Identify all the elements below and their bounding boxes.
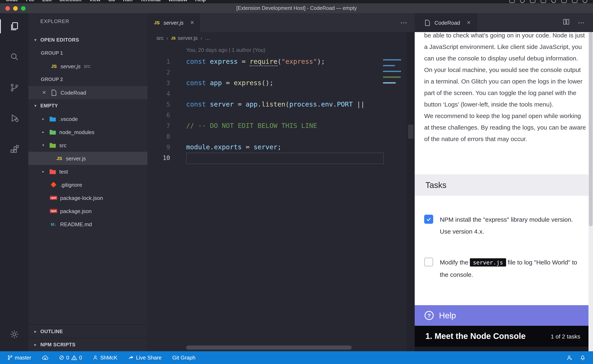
menu-status-icon[interactable] [583,0,587,3]
publish-changes-icon[interactable] [42,355,48,360]
live-share-user[interactable]: ShMcK [93,355,117,361]
js-icon: JS [171,35,176,41]
menu-edit[interactable]: Edit [42,0,52,3]
code-line-6[interactable]: 6 [147,110,415,121]
open-editor-server.js[interactable]: JSserver.jssrc [28,60,147,73]
menu-file[interactable]: File [26,0,34,3]
vertical-scrollbar[interactable] [406,32,415,351]
open-editors-group-1[interactable]: GROUP 1 [28,46,147,60]
more-actions-icon[interactable]: ⋯ [578,18,586,27]
git-branch-indicator[interactable]: master [7,355,31,361]
tree-item-.vscode[interactable]: ▸.vscode [28,112,147,125]
accounts-icon[interactable] [567,355,573,360]
outline-section-header[interactable]: ▸ OUTLINE [28,325,147,338]
panel-scrollbar[interactable] [588,32,593,351]
menu-code[interactable]: Code [6,0,18,3]
menu-window[interactable]: Window [168,0,187,3]
explorer-sidebar: EXPLORER ▾ OPEN EDITORS GROUP 1JSserver.… [28,13,147,351]
source-control-icon[interactable] [0,78,28,98]
menu-status-icon[interactable] [520,0,525,3]
chevron-right-icon: ▸ [40,130,46,134]
task-2-checkbox[interactable] [424,258,433,266]
code-editor[interactable]: You, 20 days ago | 1 author (You) 1const… [147,44,415,351]
code-line-2[interactable]: 2 [147,67,415,78]
menu-status-icon[interactable] [551,0,556,3]
search-icon[interactable] [0,47,28,67]
code-line-1[interactable]: 1const express = require("express"); [147,56,415,67]
settings-gear-icon[interactable] [0,325,28,344]
window-title: [Extension Development Host] - CodeRoad … [0,5,593,11]
code-line-7[interactable]: 7// -- DO NOT EDIT BELOW THIS LINE [147,121,415,131]
tree-item-package-lock.json[interactable]: npmpackage-lock.json [28,191,147,204]
npm-icon: npm [50,208,57,214]
tree-item-package.json[interactable]: npmpackage.json [28,204,147,218]
breadcrumb[interactable]: src › JS server.js › … [147,32,415,44]
lesson-paragraph: We recommend to keep the log panel open … [424,110,587,145]
code-line-3[interactable]: 3const app = express(); [147,78,415,88]
help-bar[interactable]: ? Help [415,305,588,326]
open-editor-CodeRoad[interactable]: ✕CodeRoad [28,86,147,99]
zoom-window-button[interactable] [21,6,26,11]
menu-selection[interactable]: Selection [60,0,81,3]
horizontal-scrollbar[interactable] [186,345,352,350]
split-editor-icon[interactable] [563,19,570,27]
menu-status-icon[interactable] [561,0,567,3]
lesson-footer: 1. Meet the Node Console 1 of 2 tasks [415,326,588,347]
explorer-icon[interactable] [0,16,28,36]
more-actions-icon[interactable]: ⋯ [400,13,408,32]
menu-status-icon[interactable] [509,0,515,3]
menu-go[interactable]: Go [108,0,115,3]
task-item: NPM install the "express" library module… [424,214,578,237]
vscode-window: CodeFileEditSelectionViewGoRunTerminalWi… [0,0,593,364]
lesson-paragraph: be able to check what’s going on in your… [424,32,587,110]
problems-indicator[interactable]: 0 0 [59,355,82,361]
run-and-debug-icon[interactable] [0,108,28,128]
gitlens-blame-annotation[interactable]: You, 20 days ago | 1 author (You) [186,44,415,56]
lesson-text: be able to check what’s going on in your… [424,32,587,145]
menu-terminal[interactable]: Terminal [140,0,161,3]
code-line-5[interactable]: 5const server = app.listen(process.env.P… [147,99,415,110]
extensions-icon[interactable] [0,140,28,160]
code-line-10[interactable]: 10 [147,153,415,163]
tab-server-js[interactable]: JS server.js ✕ [147,13,200,32]
activity-bar [0,13,28,351]
task-1-checkbox[interactable] [424,215,433,224]
menu-status-icon[interactable] [541,0,546,3]
js-icon: JS [56,155,63,162]
code-line-4[interactable]: 4 [147,88,415,99]
menu-status-icon[interactable] [530,0,535,3]
code-line-9[interactable]: 9module.exports = server; [147,142,415,153]
tree-item-test[interactable]: ▸test [28,165,147,178]
tree-item-.gitignore[interactable]: .gitignore [28,178,147,191]
close-tab-icon[interactable]: ✕ [466,20,471,26]
scrollbar-thumb[interactable] [589,32,593,226]
tree-item-node_modules[interactable]: ▸node_modules [28,125,147,139]
close-window-button[interactable] [5,6,10,11]
code-line-8[interactable]: 8 [147,131,415,142]
minimize-window-button[interactable] [13,6,18,11]
menu-run[interactable]: Run [123,0,133,3]
open-editors-group-2[interactable]: GROUP 2 [28,73,147,86]
live-share-button[interactable]: Live Share [128,355,161,361]
menu-help[interactable]: Help [195,0,206,3]
tree-item-src[interactable]: ▾src [28,139,147,152]
npm-scripts-section-header[interactable]: ▸ NPM SCRIPTS [28,338,147,351]
tab-coderoad[interactable]: CodeRoad ✕ [415,13,477,32]
workspace-section-header[interactable]: ▾ EMPTY [28,99,147,112]
close-tab-icon[interactable]: ✕ [190,20,194,26]
open-editors-section-header[interactable]: ▾ OPEN EDITORS [28,33,147,46]
question-mark-icon: ? [425,311,434,320]
menu-status-icon[interactable] [572,0,577,3]
git-graph-button[interactable]: Git Graph [172,355,196,361]
folder-src-icon [49,142,56,149]
menu-view[interactable]: View [89,0,100,3]
footer-strip [415,347,588,351]
tree-item-server.js[interactable]: JSserver.js [28,152,147,165]
scrollbar-thumb[interactable] [408,125,413,139]
git-icon [50,181,57,188]
close-editor-icon[interactable]: ✕ [41,90,47,95]
coderoad-tab-bar: CodeRoad ✕ ⋯ [415,13,593,32]
minimap[interactable] [383,59,402,88]
tree-item-README.md[interactable]: M↓README.md [28,218,147,231]
notifications-bell-icon[interactable] [580,355,586,360]
